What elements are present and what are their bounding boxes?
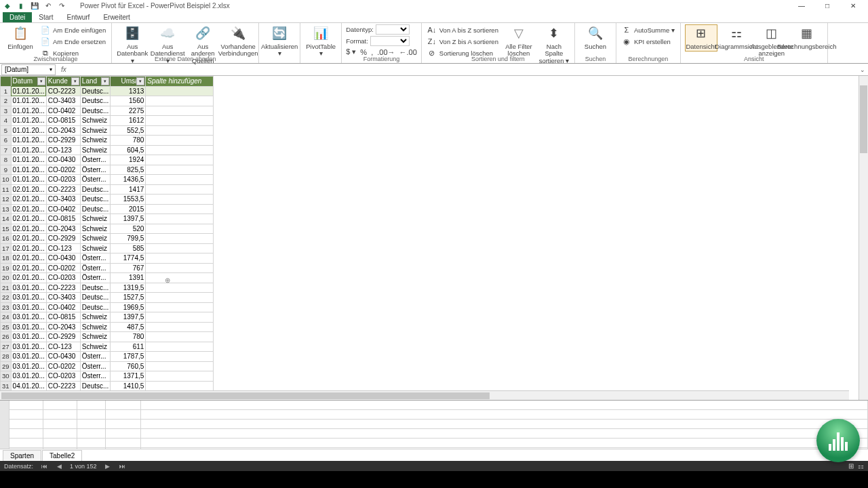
- horizontal-scrollbar[interactable]: [0, 390, 849, 400]
- cell[interactable]: Österr...: [80, 253, 110, 264]
- cell[interactable]: 01.01.20...: [11, 125, 46, 136]
- cell[interactable]: 487,5: [111, 322, 146, 332]
- cell[interactable]: Schweiz: [80, 243, 110, 253]
- row-header[interactable]: 16: [1, 234, 12, 244]
- cell[interactable]: Schweiz: [80, 145, 110, 155]
- cell[interactable]: [146, 283, 214, 293]
- cell[interactable]: 01.01.20...: [11, 155, 46, 165]
- cell[interactable]: CO-2223: [46, 86, 80, 96]
- increase-decimal-icon[interactable]: .00→: [377, 48, 395, 56]
- row-header[interactable]: 26: [1, 332, 12, 342]
- row-header[interactable]: 22: [1, 293, 12, 303]
- row-header[interactable]: 15: [1, 224, 12, 234]
- cell[interactable]: [146, 224, 214, 234]
- row-header[interactable]: 19: [1, 263, 12, 273]
- cell[interactable]: 01.01.20...: [11, 136, 46, 146]
- sort-az-button[interactable]: A↓Von A bis Z sortieren: [426, 24, 500, 35]
- cell[interactable]: 02.01.20...: [11, 273, 46, 283]
- existing-conn-button[interactable]: 🔌Vorhandene Verbindungen: [222, 24, 254, 58]
- cell[interactable]: Schweiz: [80, 234, 110, 244]
- row-header[interactable]: 23: [1, 302, 12, 312]
- cell[interactable]: 1397,5: [111, 312, 146, 323]
- undo-icon[interactable]: ↶: [43, 1, 53, 10]
- minimize-button[interactable]: —: [795, 1, 808, 10]
- cell[interactable]: 2275: [111, 106, 146, 116]
- cell[interactable]: CO-0402: [46, 106, 80, 116]
- cell[interactable]: [146, 184, 214, 195]
- cell[interactable]: Österr...: [80, 361, 110, 371]
- cell[interactable]: 1787,5: [111, 352, 146, 362]
- maximize-button[interactable]: □: [821, 1, 834, 10]
- cell[interactable]: CO-0402: [46, 204, 80, 214]
- cell[interactable]: Österr...: [80, 155, 110, 165]
- filter-icon[interactable]: ▾: [37, 77, 45, 85]
- cell[interactable]: 780: [111, 332, 146, 342]
- diagramview-button[interactable]: ⚏Diagrammsicht: [720, 24, 753, 50]
- row-header[interactable]: 20: [1, 273, 12, 283]
- cell[interactable]: 1371,5: [111, 371, 146, 382]
- cell[interactable]: 520: [111, 224, 146, 234]
- cell[interactable]: CO-0203: [46, 273, 80, 283]
- cell[interactable]: CO-123: [46, 145, 80, 155]
- row-header[interactable]: 17: [1, 243, 12, 253]
- cell[interactable]: 780: [111, 136, 146, 146]
- cell[interactable]: 2015: [111, 204, 146, 214]
- cell[interactable]: 1774,5: [111, 253, 146, 264]
- cell[interactable]: 01.01.20...: [11, 165, 46, 175]
- cell[interactable]: Österr...: [80, 165, 110, 175]
- cell[interactable]: 01.01.20...: [11, 96, 46, 106]
- row-header[interactable]: 24: [1, 312, 12, 323]
- cell[interactable]: [146, 273, 214, 283]
- col-datum[interactable]: Datum▾: [11, 77, 46, 87]
- cell[interactable]: [146, 145, 214, 155]
- filter-icon[interactable]: ▾: [136, 77, 144, 85]
- cell[interactable]: CO-0203: [46, 371, 80, 382]
- col-add[interactable]: Spalte hinzufügen: [146, 77, 214, 87]
- replace-end-button[interactable]: 📄Am Ende ersetzen: [39, 36, 107, 47]
- cell[interactable]: 02.01.20...: [11, 234, 46, 244]
- col-umsatz[interactable]: Umsatz▾: [111, 77, 146, 87]
- cell[interactable]: 02.01.20...: [11, 204, 46, 214]
- paste-end-button[interactable]: 📄Am Ende einfügen: [39, 24, 107, 35]
- cell[interactable]: 04.01.20...: [11, 381, 46, 391]
- cell[interactable]: [146, 234, 214, 244]
- percent-icon[interactable]: %: [360, 48, 367, 56]
- cell[interactable]: 1417: [111, 184, 146, 195]
- tab-entwurf[interactable]: Entwurf: [60, 12, 96, 22]
- diagram-view-icon[interactable]: ⚏: [858, 462, 864, 470]
- cell[interactable]: 03.01.20...: [11, 332, 46, 342]
- row-header[interactable]: 11: [1, 184, 12, 195]
- redo-icon[interactable]: ↷: [57, 1, 66, 10]
- cell[interactable]: [146, 195, 214, 205]
- cell[interactable]: CO-2929: [46, 136, 80, 146]
- save-icon[interactable]: 💾: [30, 1, 39, 10]
- row-header[interactable]: 18: [1, 253, 12, 264]
- row-header[interactable]: 6: [1, 136, 12, 146]
- cell[interactable]: 552,5: [111, 125, 146, 136]
- row-header[interactable]: 21: [1, 283, 12, 293]
- cell[interactable]: Schweiz: [80, 116, 110, 126]
- cell[interactable]: [146, 165, 214, 175]
- cell[interactable]: CO-2929: [46, 332, 80, 342]
- cell[interactable]: Schweiz: [80, 322, 110, 332]
- cell[interactable]: CO-3403: [46, 96, 80, 106]
- cell[interactable]: [146, 253, 214, 264]
- cell[interactable]: [146, 371, 214, 382]
- cell[interactable]: 01.01.20...: [11, 175, 46, 185]
- sheet-tab-tabelle2[interactable]: Tabelle2: [42, 450, 82, 461]
- name-box[interactable]: [Datum] ▾: [1, 64, 56, 75]
- tab-datei[interactable]: Datei: [3, 12, 32, 22]
- cell[interactable]: Österr...: [80, 273, 110, 283]
- cell[interactable]: 02.01.20...: [11, 253, 46, 264]
- row-header[interactable]: 1: [1, 86, 12, 96]
- select-all-corner[interactable]: [1, 77, 12, 87]
- row-header[interactable]: 8: [1, 155, 12, 165]
- cell[interactable]: 03.01.20...: [11, 322, 46, 332]
- cell[interactable]: [146, 263, 214, 273]
- cell[interactable]: CO-2223: [46, 283, 80, 293]
- dataview-button[interactable]: ⊞Datensicht: [685, 24, 717, 52]
- row-header[interactable]: 27: [1, 342, 12, 352]
- pivottable-button[interactable]: 📊PivotTable ▾: [304, 24, 337, 58]
- cell[interactable]: CO-0430: [46, 352, 80, 362]
- cell[interactable]: CO-2223: [46, 381, 80, 391]
